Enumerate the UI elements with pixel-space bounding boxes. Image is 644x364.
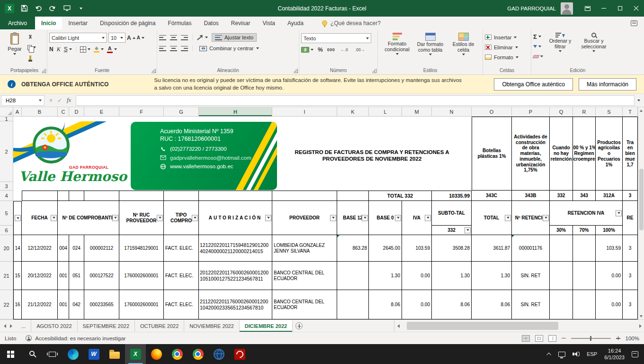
close-button[interactable] [628,0,644,17]
minimize-button[interactable] [596,0,612,17]
cell-subtotal-22[interactable]: 8.06 [432,290,472,319]
cell-comp2-22[interactable]: 042 [69,290,84,319]
tall-header-sin-retencion[interactable]: Cuando no hay retención [550,117,573,191]
cell-autorizacion-22[interactable]: 2112202201176000260001200104200023356512… [199,290,272,319]
header-num-retencion[interactable]: Nº RETENCIO [512,201,550,235]
sheet-tab-septiembre[interactable]: SEPTIEMBRE 2022 [78,320,135,332]
cell-30-21[interactable] [550,262,573,290]
display-tray-icon[interactable] [558,352,565,357]
cell-comp3-21[interactable]: 000127522 [84,262,119,290]
wrap-text-button[interactable]: Ajustar texto [212,33,257,42]
borders-button[interactable] [80,46,90,53]
col-header-E[interactable]: E [84,107,119,117]
new-sheet-button[interactable] [293,320,305,332]
sheet-tab-noviembre[interactable]: NOVIEMBRE 2022 [184,320,240,332]
cell-70-20[interactable] [573,235,596,262]
tab-insertar[interactable]: Insertar [62,17,94,29]
tab-vista[interactable]: Vista [257,17,281,29]
cell-A20[interactable]: 14 [13,235,22,262]
cell-tipo-22[interactable]: FACT. ELEC. [164,290,199,319]
row-header-21[interactable]: 21 [0,262,13,290]
cell-R4[interactable]: 343 [573,191,596,201]
cell-tipo-21[interactable]: FACT. ELEC. [164,262,199,290]
horizontal-scrollbar[interactable] [394,320,644,332]
header-subtotal-code[interactable]: 332 [432,226,472,235]
customize-quick-access-button[interactable] [77,4,85,13]
undo-button[interactable] [34,4,43,13]
col-header-B[interactable]: B [22,107,58,117]
tab-formulas[interactable]: Fórmulas [161,17,197,29]
insert-function-button[interactable]: fx [67,97,71,104]
cell-comp1-22[interactable]: 001 [58,290,69,319]
cell-fecha-21[interactable]: 20/12/2022 [22,262,58,290]
col-header-O[interactable]: O [472,107,512,117]
tall-header-botellas[interactable]: Botellas plásticas 1% [472,117,512,191]
align-center-button[interactable] [170,46,177,51]
tab-inicio[interactable]: Inicio [35,17,62,29]
tab-ayuda[interactable]: Ayuda [281,17,310,29]
cell-base0-20[interactable]: 2645.00 [369,235,402,262]
cell-comp3-22[interactable]: 000233565 [84,290,119,319]
col-header-K[interactable]: K [337,107,369,117]
cell-ruc-21[interactable]: 1760002600001 [119,262,164,290]
cell-S4[interactable]: 312A [596,191,623,201]
cancel-entry-button[interactable]: × [49,97,53,104]
tab-archivo[interactable]: Archivo [0,17,35,29]
cell-E4[interactable] [84,191,119,201]
filter-button[interactable] [330,215,336,221]
cell-P4[interactable]: 343B [512,191,550,201]
excel-app-icon[interactable]: X [5,4,14,13]
paste-button[interactable]: Pegar [4,31,26,55]
scroll-down-icon[interactable] [638,313,644,319]
filter-button[interactable] [265,215,271,221]
col-header-G[interactable]: G [164,107,199,117]
header-iva[interactable]: IVA [402,201,432,235]
header-autorizacion[interactable]: AUTORIZACIÓN [199,201,272,235]
sheet-nav-right-icon[interactable] [10,324,12,328]
conditional-formatting-button[interactable]: Formato condicional [382,31,413,55]
shrink-font-button[interactable]: A [137,34,144,42]
header-base0[interactable]: BASE 0 [369,201,402,235]
cell-C4[interactable] [58,191,69,201]
cell-subtotal-20[interactable]: 3508.28 [432,235,472,262]
taskbar-chrome-2[interactable] [188,344,208,364]
cell-autorizacion-21[interactable]: 2012202201176000260001200105100012752212… [199,262,272,290]
task-view-button[interactable] [42,344,63,364]
hidden-icons-chevron[interactable] [546,352,551,357]
sort-filter-button[interactable]: Ordenar y filtrar [545,31,575,52]
cell-70-22[interactable] [573,290,596,319]
row-header-1[interactable]: 1 [0,117,13,121]
cell-iva-21[interactable]: 0.00 [402,262,432,290]
percent-style-button[interactable]: % [318,46,323,53]
filter-button[interactable] [157,215,163,221]
grow-font-button[interactable]: A [127,34,135,42]
header-30[interactable]: 30% [550,226,573,235]
cell-30-20[interactable] [550,235,573,262]
increase-decimal-button[interactable]: ←.0 [339,46,349,53]
cell-base12-21[interactable] [337,262,369,290]
cell-F4[interactable] [119,191,164,201]
cell-base12-22[interactable] [337,290,369,319]
sheet-nav-left-icon[interactable] [4,324,6,328]
autosum-button[interactable]: Σ [533,33,543,40]
accessibility-status[interactable]: Accesibilidad: es necesario investigar [26,335,125,341]
tab-datos[interactable]: Datos [197,17,224,29]
align-middle-button[interactable] [170,35,177,40]
filter-button[interactable] [465,227,471,233]
font-name-combobox[interactable]: Calibri Light [49,33,107,43]
redo-button[interactable] [48,4,57,13]
col-header-P[interactable]: P [512,107,550,117]
cell-A21[interactable]: 15 [13,262,22,290]
header-proveedor[interactable]: PROVEEDOR [272,201,337,235]
row-header-22[interactable]: 22 [0,290,13,319]
header-retencion-iva[interactable]: RETENCION IVA [550,201,623,226]
header-clipped[interactable]: RE [623,201,638,235]
dialog-launcher[interactable] [372,69,376,73]
zoom-level[interactable]: 100% [626,336,639,341]
normal-view-button[interactable] [522,335,530,342]
col-header-R[interactable]: R [573,107,596,117]
cell-G4[interactable] [164,191,199,201]
insert-cells-button[interactable]: Insertar [485,32,529,42]
cell-fecha-20[interactable]: 12/12/2022 [22,235,58,262]
cell-ruc-20[interactable]: 1715948129001 [119,235,164,262]
